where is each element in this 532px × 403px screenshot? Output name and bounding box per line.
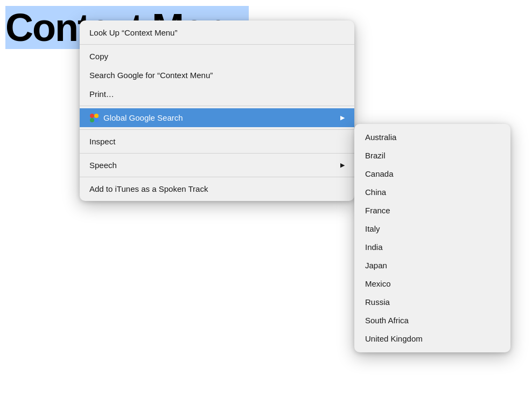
submenu-item[interactable]: France (354, 202, 510, 220)
menu-item-lookup-label: Look Up “Context Menu” (89, 27, 177, 38)
menu-item-print[interactable]: Print… (80, 85, 354, 103)
menu-item-lookup[interactable]: Look Up “Context Menu” (80, 23, 354, 42)
menu-separator-5 (80, 177, 354, 177)
menu-item-add-itunes-label: Add to iTunes as a Spoken Track (89, 183, 208, 194)
svg-point-1 (94, 114, 99, 118)
global-google-icon (89, 113, 99, 123)
submenu-item[interactable]: Brazil (354, 147, 510, 165)
submenu-item[interactable]: Italy (354, 220, 510, 238)
submenu-item[interactable]: China (354, 183, 510, 202)
submenu-arrow-global-google: ▶ (340, 114, 345, 122)
submenu-item[interactable]: United Kingdom (354, 330, 510, 348)
submenu-arrow-speech: ▶ (340, 161, 345, 169)
menu-item-inspect[interactable]: Inspect (80, 132, 354, 151)
submenu-item[interactable]: Russia (354, 293, 510, 311)
submenu-item[interactable]: South Africa (354, 311, 510, 330)
submenu-item[interactable]: Canada (354, 165, 510, 183)
menu-item-search-google-label: Search Google for “Context Menu” (89, 70, 213, 81)
svg-point-2 (90, 118, 94, 122)
menu-separator-3 (80, 129, 354, 130)
submenu-item[interactable]: India (354, 238, 510, 256)
menu-item-speech-label: Speech (89, 159, 117, 171)
svg-point-3 (94, 118, 99, 122)
submenu-item[interactable]: Japan (354, 256, 510, 275)
menu-separator-1 (80, 44, 354, 45)
svg-point-0 (90, 114, 94, 118)
menu-separator-2 (80, 106, 354, 106)
menu-item-print-label: Print… (89, 88, 114, 100)
menu-item-search-google[interactable]: Search Google for “Context Menu” (80, 66, 354, 85)
submenu-global-google: AustraliaBrazilCanadaChinaFranceItalyInd… (354, 124, 510, 352)
submenu-item[interactable]: Australia (354, 128, 510, 147)
submenu-item[interactable]: Mexico (354, 275, 510, 293)
menu-item-add-itunes[interactable]: Add to iTunes as a Spoken Track (80, 179, 354, 198)
menu-separator-4 (80, 153, 354, 154)
menu-item-global-google-label: Global Google Search (103, 112, 183, 123)
context-menu: Look Up “Context Menu” Copy Search Googl… (80, 20, 354, 201)
menu-item-inspect-label: Inspect (89, 136, 115, 147)
menu-item-global-google-content: Global Google Search (89, 112, 183, 123)
menu-item-copy[interactable]: Copy (80, 47, 354, 66)
menu-item-global-google[interactable]: Global Google Search ▶ (80, 108, 354, 127)
menu-item-copy-label: Copy (89, 51, 108, 62)
menu-item-speech[interactable]: Speech ▶ (80, 156, 354, 175)
